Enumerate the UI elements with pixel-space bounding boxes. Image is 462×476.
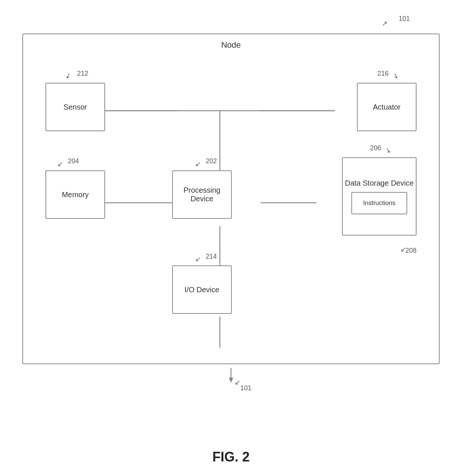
instructions-label: Instructions — [363, 199, 396, 207]
memory-box: Memory — [45, 170, 105, 219]
ref-212: 212 — [77, 70, 88, 78]
ref-204-arrow: ↙ — [57, 160, 63, 168]
ref-204: 204 — [68, 157, 79, 165]
actuator-label: Actuator — [373, 103, 401, 111]
svg-marker-9 — [229, 378, 233, 383]
ref-206-arrow: ↘ — [385, 145, 393, 155]
ref-202-arrow: ↙ — [195, 160, 201, 168]
ref-202: 202 — [206, 157, 217, 165]
ref-101-arrow: ↙ — [235, 378, 240, 387]
ref-101: 101 — [240, 384, 251, 392]
ref-216: 216 — [377, 70, 389, 78]
ref-212-arrow: ↙ — [64, 71, 72, 81]
processing-label: Processing Device — [173, 186, 231, 203]
data-storage-label: Data Storage Device — [345, 179, 414, 187]
sensor-box: Sensor — [45, 83, 105, 131]
processing-box: Processing Device — [172, 170, 232, 219]
io-device-label: I/O Device — [184, 286, 219, 294]
ref-214-arrow: ↙ — [195, 255, 201, 263]
io-device-box: I/O Device — [172, 265, 232, 314]
ref-200: 101 — [399, 15, 410, 23]
ref-214: 214 — [206, 253, 217, 261]
node-label: Node — [221, 40, 241, 50]
sensor-label: Sensor — [63, 103, 87, 111]
ref-216-arrow: ↘ — [392, 71, 400, 81]
memory-label: Memory — [62, 190, 89, 199]
actuator-box: Actuator — [357, 83, 417, 131]
node-box: Node Sensor 212 ↙ — [22, 34, 440, 364]
network-arrow-group — [227, 368, 235, 383]
bottom-arrow-svg — [227, 368, 235, 383]
data-storage-box: Data Storage Device Instructions — [342, 157, 417, 236]
ref-206: 206 — [370, 144, 381, 152]
diagram-container: 101 ↗ Node Sensor — [22, 15, 440, 394]
fig-label: FIG. 2 — [212, 449, 250, 465]
instructions-box: Instructions — [351, 192, 407, 214]
ref-208-arrow: ↙ — [401, 245, 406, 253]
ref-200-arrow: ↗ — [382, 19, 387, 28]
ref-208: 208 — [405, 247, 417, 255]
